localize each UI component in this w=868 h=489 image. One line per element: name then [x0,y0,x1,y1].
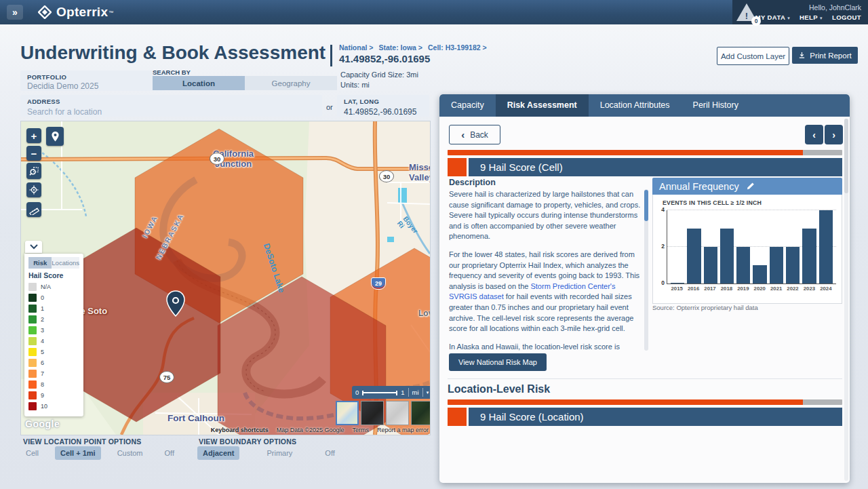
option-custom[interactable]: Custom [112,446,149,460]
bar-2015[interactable] [671,283,684,283]
tab-location-attributes[interactable]: Location Attributes [589,94,682,117]
zoom-to-area-button[interactable] [26,163,41,179]
legend-label: 4 [41,338,44,345]
tab-peril-history[interactable]: Peril History [682,94,750,117]
location-score-header: 9 Hail Score (Location) [448,408,842,426]
bar-2021[interactable] [770,247,783,283]
capacity-info: Capacity Grid Size: 3mi Units: mi [340,70,418,90]
bar-2017[interactable] [704,247,717,283]
legend-item: 4 [28,336,79,347]
locate-me-button[interactable] [26,182,41,197]
basemap-thumbnail-satellite[interactable] [411,401,431,425]
x-tick-label: 2020 [753,286,766,292]
bar-2018[interactable] [720,229,734,283]
chevron-down-icon[interactable]: ▾ [427,390,429,395]
view-national-risk-map-button[interactable]: View National Risk Map [449,353,547,371]
chevron-left-icon: ‹ [461,129,465,140]
bar-2022[interactable] [786,247,800,283]
tab-risk-assessment[interactable]: Risk Assessment [496,94,589,117]
description-text: Severe hail is characterized by large ha… [449,189,642,351]
sidebar-expand-icon[interactable]: » [7,5,23,20]
map[interactable]: California Junction Missouri Valley DeSo… [20,121,431,435]
route-shield-us75: 75 [159,371,174,383]
add-custom-layer-button[interactable]: Add Custom Layer [717,47,789,65]
keyboard-shortcuts-link[interactable]: Keyboard shortcuts [211,427,269,433]
gridline [667,210,836,210]
basemap-thumbnail-map[interactable] [336,401,359,425]
legend-item: 10 [28,401,79,412]
brand-logo[interactable]: Opterrix ™ [38,5,113,20]
option-off[interactable]: Off [319,446,340,460]
breadcrumb-link[interactable]: Cell: H3-199182 > [428,43,487,52]
back-button[interactable]: ‹ Back [449,125,500,144]
legend-swatch [28,391,37,399]
drop-pin-button[interactable] [46,127,64,146]
download-icon [798,52,806,59]
legend-label: 1 [41,305,44,312]
previous-peril-button[interactable]: ‹ [805,125,823,144]
latlong-input[interactable] [344,107,422,117]
option-adjacent[interactable]: Adjacent [197,446,239,460]
next-peril-button[interactable]: › [825,125,843,144]
panel-scrollbar[interactable] [844,119,848,481]
bar-2020[interactable] [753,265,766,283]
legend-label: 3 [41,327,44,334]
description-scrollbar[interactable] [644,189,648,351]
ruler-icon [29,205,39,215]
bar-2016[interactable] [687,229,701,283]
option-primary[interactable]: Primary [261,446,298,460]
capacity-units: Units: mi [340,80,418,90]
option-off[interactable]: Off [159,446,180,460]
route-shield-i29: 29 [371,277,386,290]
edit-pencil-icon[interactable] [746,182,755,191]
legend-item: 2 [28,314,79,325]
bar-2019[interactable] [736,247,750,283]
legend-item: 8 [28,379,79,390]
bar-2024[interactable] [819,210,833,283]
print-report-label: Print Report [810,52,851,60]
basemap-thumbnail-dark[interactable] [361,401,384,425]
address-input[interactable] [27,107,315,117]
print-report-button[interactable]: Print Report [792,47,858,64]
description-title: Description [449,178,496,187]
back-button-label: Back [470,130,488,140]
navbar-menu-logout[interactable]: LOGOUT [832,14,861,21]
legend-label: 0 [41,294,44,301]
breadcrumb-link[interactable]: National > [339,43,373,52]
portfolio-label: PORTFOLIO [27,73,158,81]
description-paragraph: Severe hail is characterized by large ha… [449,189,642,242]
zoom-in-button[interactable]: + [26,128,41,143]
chart-plot-area [667,210,836,284]
alerts-button[interactable]: ! 0 [736,3,760,24]
portfolio-value: Decidia Demo 2025 [27,81,158,91]
search-tab-geography[interactable]: Geography [245,76,337,90]
annual-frequency-card: Annual Frequency EVENTS IN THIS CELL ≥ 1… [652,178,842,300]
search-by-tabs: LocationGeography [153,76,337,90]
section-divider [448,378,842,379]
google-logo: Google [25,418,60,429]
scale-end: 1 [401,389,404,396]
search-tab-location[interactable]: Location [153,76,245,90]
annual-frequency-title: Annual Frequency [659,181,739,192]
measure-button[interactable] [26,202,41,217]
address-field[interactable]: ADDRESS [20,95,322,117]
terms-link[interactable]: Terms [352,427,369,433]
legend-tab-risk[interactable]: Risk [28,257,52,269]
legend-swatch [28,348,37,356]
breadcrumb: National >State: Iowa >Cell: H3-199182 > [339,43,487,52]
option-cell[interactable]: Cell [20,446,44,460]
breadcrumb-link[interactable]: State: Iowa > [378,43,422,52]
legend-title: Hail Score [28,271,79,279]
bar-2023[interactable] [802,229,816,283]
portfolio-select[interactable]: PORTFOLIO Decidia Demo 2025 ▾ [20,71,165,91]
report-map-error-link[interactable]: Report a map error [377,427,429,433]
legend-collapse-button[interactable] [25,241,42,253]
option-cell-1mi[interactable]: Cell + 1mi [55,446,101,460]
tab-capacity[interactable]: Capacity [439,94,496,117]
map-scale-control[interactable]: 0 1 mi ▾ [352,386,431,399]
legend-tab-locations[interactable]: Locations [52,257,79,269]
navbar-menu-help[interactable]: HELP▾ [800,14,823,21]
zoom-out-button[interactable]: − [26,146,41,161]
basemap-thumbnail-light[interactable] [386,401,409,425]
latlong-field[interactable]: LAT, LONG [337,95,429,117]
